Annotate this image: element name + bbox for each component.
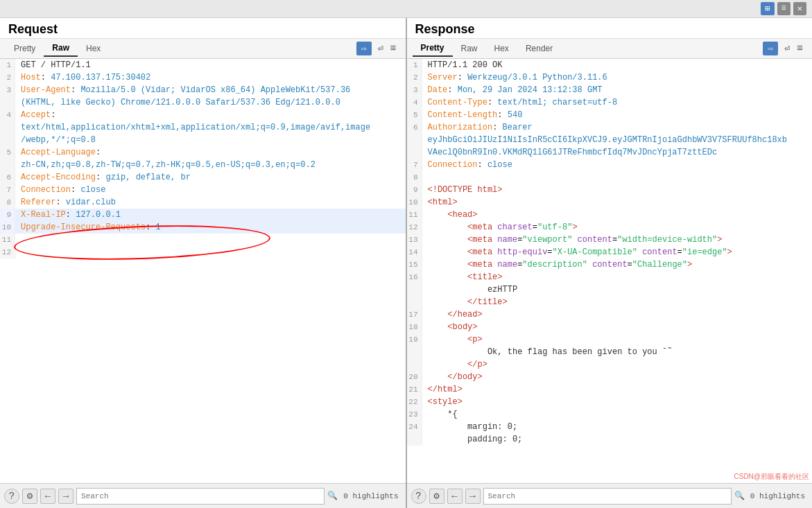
tab-pretty[interactable]: Pretty (6, 41, 44, 56)
resp-line-18: 18 <body> (407, 321, 813, 333)
resp-search-input[interactable] (483, 488, 732, 505)
view-toggle-split[interactable]: ⊞ (761, 2, 774, 15)
line-9: 9 X-Real-IP: 127.0.0.1 (0, 209, 406, 221)
request-panel: Request Pretty Raw Hex ⇨ ⏎ ≡ 1 GET / HTT… (0, 18, 407, 508)
close-button[interactable]: ✕ (793, 2, 806, 15)
resp-back-icon[interactable]: ← (447, 489, 463, 504)
request-content: 1 GET / HTTP/1.1 2 Host: 47.100.137.175:… (0, 59, 406, 483)
resp-line-17: 17 </head> (407, 308, 813, 321)
resp-line-10: 10 <html> (407, 196, 813, 209)
request-title: Request (8, 22, 397, 37)
resp-line-8: 8 (407, 171, 813, 184)
resp-settings-icon[interactable]: ⚙ (429, 489, 444, 504)
response-content: 1 HTTP/1.1 200 OK 2 Server: Werkzeug/3.0… (407, 59, 813, 483)
line-1: 1 GET / HTTP/1.1 (0, 59, 406, 71)
search-button-icon[interactable]: 🔍 (327, 491, 338, 501)
line-6: 6 Accept-Encoding: gzip, deflate, br (0, 171, 406, 184)
req-send-icon[interactable]: ⇨ (356, 42, 372, 55)
resp-line-6: 6 Authorization: Bearer (407, 121, 813, 134)
line-3b: (KHTML, like Gecko) Chrome/121.0.0.0 Saf… (0, 96, 406, 109)
line-4c: /webp,*/*;q=0.8 (0, 134, 406, 146)
line-4b: text/html,application/xhtml+xml,applicat… (0, 121, 406, 134)
resp-line-12: 12 <meta charset="utf-8"> (407, 221, 813, 234)
forward-icon[interactable]: → (58, 489, 74, 504)
resp-line-6b: eyJhbGciOiJIUzI1NiIsInR5cCI6IkpXVCJ9.eyJ… (407, 134, 813, 146)
resp-line-23: 23 *{ (407, 408, 813, 421)
line-12: 12 (0, 246, 406, 259)
resp-line-1: 1 HTTP/1.1 200 OK (407, 59, 813, 71)
line-2: 2 Host: 47.100.137.175:30402 (0, 71, 406, 84)
response-header: Response (407, 18, 813, 39)
request-header: Request (0, 18, 406, 39)
resp-line-24a: 24 margin: 0; (407, 421, 813, 433)
view-toggle-list[interactable]: ≡ (777, 2, 791, 15)
resp-line-19a: 19 <p> (407, 333, 813, 346)
request-bottom-bar: ? ⚙ ← → 🔍 0 highlights (0, 483, 406, 508)
resp-line-11: 11 <head> (407, 209, 813, 221)
response-bottom-bar: ? ⚙ ← → 🔍 0 highlights (407, 483, 813, 508)
request-tabs: Pretty Raw Hex ⇨ ⏎ ≡ (0, 39, 406, 59)
line-5: 5 Accept-Language: (0, 146, 406, 159)
tab-raw-resp[interactable]: Raw (453, 41, 486, 56)
resp-line-14: 14 <meta http-equiv="X-UA-Compatible" co… (407, 246, 813, 259)
resp-line-24b: padding: 0; (407, 433, 813, 446)
resp-menu-icon[interactable]: ≡ (793, 42, 806, 56)
back-icon[interactable]: ← (40, 489, 55, 504)
resp-line-16b: ezHTTP (407, 283, 813, 296)
search-input[interactable] (76, 488, 325, 505)
response-title: Response (415, 22, 804, 37)
help-icon[interactable]: ? (4, 489, 19, 504)
resp-line-19c: </p> (407, 358, 813, 371)
resp-highlights-count: 0 highlights (748, 492, 808, 500)
response-tabs: Pretty Raw Hex Render ⇨ ⏎ ≡ (407, 39, 813, 59)
resp-line-3: 3 Date: Mon, 29 Jan 2024 13:12:38 GMT (407, 84, 813, 96)
resp-help-icon[interactable]: ? (411, 489, 426, 504)
tab-hex[interactable]: Hex (78, 41, 109, 56)
resp-newline-icon[interactable]: ⏎ (781, 42, 793, 55)
tab-render-resp[interactable]: Render (517, 41, 561, 56)
resp-line-21: 21 </html> (407, 383, 813, 396)
req-newline-icon[interactable]: ⏎ (374, 42, 387, 55)
line-5b: zh-CN,zh;q=0.8,zh-TW;q=0.7,zh-HK;q=0.5,e… (0, 159, 406, 171)
line-10: 10 Upgrade-Insecure-Requests: 1 (0, 221, 406, 234)
resp-line-7: 7 Connection: close (407, 159, 813, 171)
resp-line-6c: VAeclQ0bnR9In0.VKMdRQ1lG61JTReFhmbcfIdq7… (407, 146, 813, 159)
resp-line-4: 4 Content-Type: text/html; charset=utf-8 (407, 96, 813, 109)
resp-line-15: 15 <meta name="description" content="Cha… (407, 259, 813, 271)
line-3: 3 User-Agent: Mozilla/5.0 (Vidar; VidarO… (0, 84, 406, 96)
line-7: 7 Connection: close (0, 184, 406, 196)
line-4: 4 Accept: (0, 109, 406, 121)
resp-search-button-icon[interactable]: 🔍 (734, 491, 745, 501)
highlights-count: 0 highlights (340, 492, 401, 500)
settings-icon[interactable]: ⚙ (22, 489, 37, 504)
resp-line-9: 9 <!DOCTYPE html> (407, 184, 813, 196)
tab-hex-resp[interactable]: Hex (486, 41, 517, 56)
resp-line-16c: </title> (407, 296, 813, 308)
tab-raw[interactable]: Raw (44, 40, 78, 57)
resp-line-2: 2 Server: Werkzeug/3.0.1 Python/3.11.6 (407, 71, 813, 84)
tab-pretty-resp[interactable]: Pretty (413, 40, 453, 57)
resp-line-5: 5 Content-Length: 540 (407, 109, 813, 121)
resp-forward-icon[interactable]: → (465, 489, 481, 504)
resp-line-16a: 16 <title> (407, 271, 813, 283)
resp-send-icon[interactable]: ⇨ (763, 42, 778, 55)
resp-line-20: 20 </body> (407, 371, 813, 383)
req-menu-icon[interactable]: ≡ (386, 42, 399, 56)
resp-line-22: 22 <style> (407, 396, 813, 408)
response-panel: Response Pretty Raw Hex Render ⇨ ⏎ ≡ 1 H… (407, 18, 813, 508)
resp-line-19b: Ok, the flag has been given to you ˉ˜ (407, 346, 813, 358)
line-8: 8 Referer: vidar.club (0, 196, 406, 209)
resp-line-13: 13 <meta name="viewport" content="width=… (407, 234, 813, 246)
line-11: 11 (0, 234, 406, 246)
